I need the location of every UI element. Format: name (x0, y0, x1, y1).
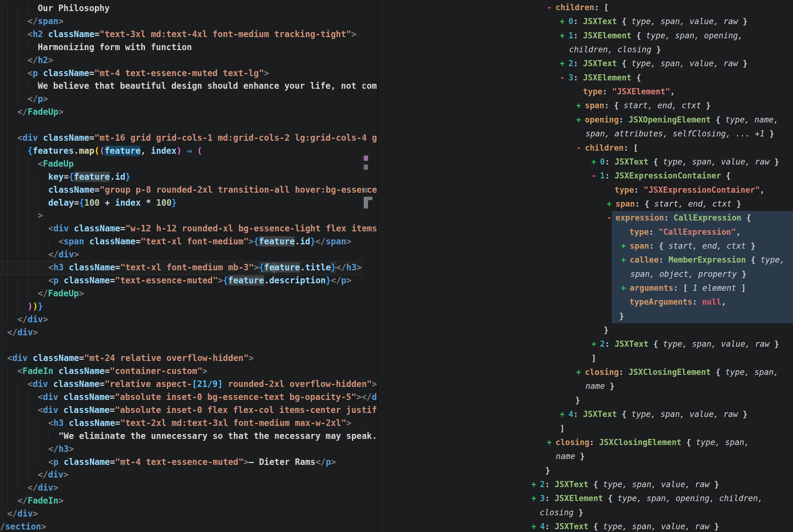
ast-row[interactable]: type: "CallExpression", (630, 225, 741, 239)
collapse-icon[interactable]: - (547, 1, 556, 15)
code-line[interactable]: </div> (48, 248, 79, 261)
ast-row[interactable]: +0: JSXText { type, span, value, raw } (591, 155, 779, 169)
ast-row[interactable]: children, closing } (569, 43, 661, 57)
code-line[interactable]: <span className="text-xl font-medium">{f… (58, 235, 351, 248)
expand-icon[interactable]: + (576, 99, 585, 113)
ast-row[interactable]: +closing: JSXClosingElement { type, span… (576, 365, 778, 379)
expand-icon[interactable]: + (560, 57, 568, 71)
ast-row[interactable]: +0: JSXText { type, span, value, raw } (560, 15, 748, 28)
code-line[interactable]: {features.map((feature, index) ⇒ ( (27, 145, 202, 157)
expand-icon[interactable]: + (576, 365, 585, 379)
ast-row[interactable]: +4: JSXText { type, span, value, raw } (560, 407, 748, 421)
ast-row[interactable]: ] (560, 422, 565, 436)
code-line[interactable]: </div> (27, 481, 58, 494)
code-line[interactable]: className="group p-8 rounded-2xl transit… (48, 184, 377, 196)
ast-row[interactable]: span, object, property } (630, 267, 747, 281)
expand-icon[interactable]: + (591, 155, 600, 169)
code-line[interactable]: </div> (38, 468, 69, 481)
ast-row[interactable]: } (545, 464, 550, 478)
ast-row[interactable]: -expression: CallExpression { (607, 211, 751, 225)
ast-row[interactable]: name } (585, 379, 615, 393)
expand-icon[interactable]: + (621, 253, 630, 267)
code-line[interactable]: </h2> (27, 54, 53, 67)
ast-row[interactable]: +opening: JSXOpeningElement { type, name… (576, 113, 778, 127)
code-line[interactable]: </FadeIn> (17, 494, 64, 507)
ast-row[interactable]: +span: { start, end, ctxt } (621, 239, 756, 253)
expand-icon[interactable]: + (531, 478, 540, 492)
ast-row[interactable]: -3: JSXElement { (560, 71, 641, 85)
code-line[interactable]: <div className="mt-24 relative overflow-… (7, 352, 254, 365)
collapse-icon[interactable]: - (607, 211, 616, 225)
code-line[interactable]: <FadeUp (38, 157, 74, 170)
code-line[interactable]: key={feature.id} (48, 170, 131, 184)
code-line[interactable]: </p> (27, 93, 48, 106)
code-line[interactable]: </div> (7, 507, 38, 520)
code-line[interactable]: <div className="w-12 h-12 rounded-xl bg-… (48, 222, 377, 235)
ast-row[interactable]: +arguments: [ 1 element ] (621, 281, 746, 295)
code-line[interactable]: <p className="mt-4 text-essence-muted te… (27, 67, 269, 80)
code-line[interactable]: </div> (7, 326, 38, 339)
code-line[interactable]: "We eliminate the unnecessary so that th… (58, 430, 377, 443)
code-line[interactable]: /section> (0, 520, 46, 532)
ast-row[interactable]: -1: JSXExpressionContainer { (591, 169, 731, 183)
ast-row[interactable]: typeArguments: null, (630, 295, 726, 309)
code-line[interactable]: <h3 className="text-xl font-medium mb-3"… (48, 261, 362, 274)
ast-row[interactable]: } (575, 394, 580, 407)
collapse-icon[interactable]: - (591, 169, 600, 183)
ast-row[interactable]: type: "JSXElement", (583, 85, 675, 99)
expand-icon[interactable]: + (547, 436, 556, 450)
expand-icon[interactable]: + (531, 520, 540, 532)
code-line[interactable]: Harmonizing form with function (38, 41, 192, 54)
code-line[interactable]: </FadeUp> (17, 106, 64, 118)
code-line[interactable]: ))} (27, 300, 43, 313)
code-line[interactable]: <div className="mt-16 grid grid-cols-1 m… (17, 131, 377, 145)
code-line[interactable]: We believe that beautiful design should … (38, 79, 377, 93)
code-line[interactable]: <p className="mt-4 text-essence-muted">—… (48, 456, 336, 469)
code-line[interactable]: delay={100 + index * 100} (48, 196, 177, 209)
code-line[interactable]: <p className="text-essence-muted">{featu… (48, 274, 351, 287)
ast-row[interactable]: -children: [ (576, 141, 638, 155)
collapse-icon[interactable]: - (576, 141, 585, 155)
ast-row[interactable]: type: "JSXExpressionContainer", (615, 183, 765, 197)
code-line[interactable]: </div> (17, 313, 48, 326)
ast-row[interactable]: ] (591, 352, 596, 365)
expand-icon[interactable]: + (607, 197, 616, 211)
expand-icon[interactable]: + (560, 15, 568, 28)
expand-icon[interactable]: + (576, 113, 585, 127)
ast-row[interactable]: -children: [ (547, 1, 609, 15)
code-line[interactable]: </span> (27, 15, 63, 28)
ast-row[interactable]: span, attributes, selfClosing, ... +1 } (585, 127, 774, 141)
code-line[interactable]: <div className="absolute inset-0 bg-esse… (38, 391, 377, 404)
expand-icon[interactable]: + (621, 281, 630, 295)
expand-icon[interactable]: + (560, 407, 568, 421)
code-line[interactable]: <FadeIn className="container-custom"> (17, 365, 208, 378)
expand-icon[interactable]: + (531, 492, 540, 506)
collapse-icon[interactable]: - (560, 71, 568, 85)
code-line[interactable]: Our Philosophy (38, 2, 110, 15)
code-line[interactable]: <h3 className="text-2xl md:text-3xl font… (48, 417, 351, 430)
ast-row[interactable]: +span: { start, end, ctxt } (576, 99, 711, 113)
ast-row[interactable]: +1: JSXElement { type, span, opening, (560, 29, 743, 43)
ast-row[interactable]: +2: JSXText { type, span, value, raw } (560, 57, 748, 71)
ast-tree-pane[interactable]: -children: [+0: JSXText { type, span, va… (378, 0, 793, 532)
ast-row[interactable]: name } (556, 450, 585, 463)
ast-row[interactable]: +2: JSXText { type, span, value, raw } (531, 478, 719, 492)
code-line[interactable]: </FadeUp> (38, 287, 84, 300)
ast-row[interactable]: +span: { start, end, ctxt } (607, 197, 741, 211)
code-line[interactable]: > (38, 209, 43, 222)
code-line[interactable]: </h3> (48, 443, 74, 456)
ast-row[interactable]: +callee: MemberExpression { type, (621, 253, 785, 267)
ast-row[interactable]: +4: JSXText { type, span, value, raw } (531, 520, 719, 532)
ast-row[interactable]: } (604, 323, 609, 337)
code-line[interactable]: <div className="relative aspect-[21/9] r… (27, 378, 377, 391)
ast-row[interactable]: +3: JSXElement { type, span, opening, ch… (531, 492, 763, 506)
expand-icon[interactable]: + (560, 29, 568, 43)
code-line[interactable]: <div className="absolute inset-0 flex fl… (38, 404, 377, 417)
ast-row[interactable]: } (619, 309, 624, 323)
ast-row[interactable]: +2: JSXText { type, span, value, raw } (591, 337, 779, 351)
ast-row[interactable]: +closing: JSXClosingElement { type, span… (547, 436, 749, 450)
code-line[interactable]: <h2 className="text-3xl md:text-4xl font… (27, 28, 356, 41)
expand-icon[interactable]: + (621, 239, 630, 253)
ast-row[interactable]: closing } (540, 506, 583, 520)
code-editor-pane[interactable]: Our Philosophy</span><h2 className="text… (0, 0, 377, 532)
